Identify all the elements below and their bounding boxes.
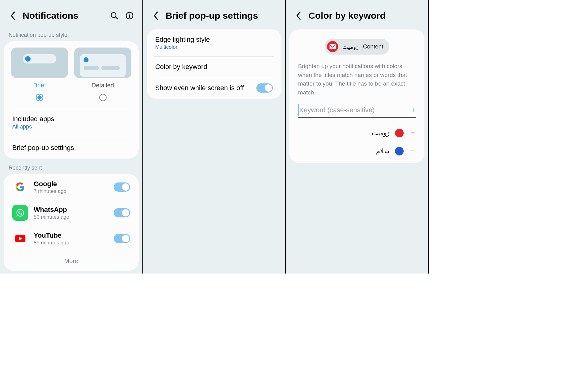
page-title: Notifications xyxy=(23,10,104,21)
brief-popup-label: Brief pop-up settings xyxy=(12,144,74,152)
mail-icon xyxy=(327,41,338,52)
back-icon[interactable] xyxy=(294,11,303,20)
keyword-card: زومیت Content Brighten up your notificat… xyxy=(289,29,424,163)
keyword-color-dot[interactable] xyxy=(395,129,404,137)
google-icon xyxy=(12,179,28,195)
keyword-item: زومیت − xyxy=(289,124,424,142)
keyword-input[interactable] xyxy=(298,104,410,116)
radio-detailed[interactable] xyxy=(99,94,107,101)
description-text: Brighten up your notifications with colo… xyxy=(289,62,424,104)
add-keyword-icon[interactable]: + xyxy=(410,105,416,115)
header: Color by keyword xyxy=(286,0,428,29)
screen-notifications: Notifications Notification pop-up style … xyxy=(0,0,143,274)
app-name: Google xyxy=(34,180,108,188)
row-color-by-keyword[interactable]: Color by keyword xyxy=(147,57,282,77)
header: Brief pop-up settings xyxy=(143,0,285,29)
app-row-google[interactable]: Google 7 minutes ago xyxy=(4,174,139,200)
keyword-input-row: + xyxy=(289,104,424,120)
youtube-icon xyxy=(12,231,28,247)
page-title: Color by keyword xyxy=(308,10,420,21)
remove-keyword-icon[interactable]: − xyxy=(409,128,416,138)
back-icon[interactable] xyxy=(152,11,160,20)
chip-text-b: Content xyxy=(363,43,383,50)
section-label-recent: Recently sent xyxy=(0,162,142,174)
app-row-youtube[interactable]: YouTube 59 minutes ago xyxy=(4,226,139,251)
toggle-youtube[interactable] xyxy=(114,234,130,243)
page-title: Brief pop-up settings xyxy=(166,10,277,21)
app-name: WhatsApp xyxy=(34,206,108,214)
keyword-text: زومیت xyxy=(372,129,390,137)
app-time: 7 minutes ago xyxy=(34,188,108,194)
section-label-style: Notification pop-up style xyxy=(0,29,142,41)
svg-rect-4 xyxy=(129,15,130,18)
svg-rect-6 xyxy=(330,44,336,49)
toggle-show-screen-off[interactable] xyxy=(256,83,273,93)
style-label-detailed: Detailed xyxy=(92,82,114,89)
style-option-detailed[interactable]: Detailed xyxy=(74,48,131,105)
color-by-keyword-label: Color by keyword xyxy=(155,63,207,71)
app-row-whatsapp[interactable]: WhatsApp 50 minutes ago xyxy=(4,200,139,226)
info-icon[interactable] xyxy=(125,11,134,20)
remove-keyword-icon[interactable]: − xyxy=(409,146,416,156)
screen-color-by-keyword: Color by keyword زومیت Content Brighten … xyxy=(286,0,429,274)
screen-brief-popup-settings: Brief pop-up settings Edge lighting styl… xyxy=(143,0,286,274)
row-brief-popup-settings[interactable]: Brief pop-up settings xyxy=(4,137,139,159)
keyword-item: سلام − xyxy=(289,142,424,160)
style-preview-brief xyxy=(11,48,68,78)
row-show-screen-off[interactable]: Show even while screen is off xyxy=(147,77,282,99)
settings-card: Edge lighting style Multicolor Color by … xyxy=(147,29,282,99)
back-icon[interactable] xyxy=(9,11,17,20)
included-apps-sub: All apps xyxy=(12,124,54,130)
app-name: YouTube xyxy=(34,232,108,239)
recent-card: Google 7 minutes ago WhatsApp 50 minutes… xyxy=(4,174,139,271)
edge-lighting-sub: Multicolor xyxy=(155,44,210,50)
show-screen-off-label: Show even while screen is off xyxy=(155,84,244,92)
whatsapp-icon xyxy=(12,205,28,221)
edge-lighting-label: Edge lighting style xyxy=(155,36,210,44)
style-label-brief: Brief xyxy=(33,82,46,89)
radio-brief[interactable] xyxy=(36,94,43,101)
style-card: Brief Detailed Included apps All apps Br… xyxy=(4,41,139,159)
app-time: 50 minutes ago xyxy=(34,214,108,220)
app-time: 59 minutes ago xyxy=(34,240,108,246)
keyword-text: سلام xyxy=(376,147,390,155)
app-chip[interactable]: زومیت Content xyxy=(325,39,390,55)
more-button[interactable]: More xyxy=(4,251,139,271)
row-included-apps[interactable]: Included apps All apps xyxy=(4,108,139,137)
toggle-google[interactable] xyxy=(114,182,130,192)
keyword-color-dot[interactable] xyxy=(395,147,404,155)
svg-line-1 xyxy=(115,17,118,19)
toggle-whatsapp[interactable] xyxy=(114,208,130,217)
style-option-brief[interactable]: Brief xyxy=(11,48,68,105)
chip-text-a: زومیت xyxy=(342,43,359,50)
svg-point-3 xyxy=(129,13,130,14)
search-icon[interactable] xyxy=(110,11,119,20)
style-preview-detailed xyxy=(74,48,131,78)
header: Notifications xyxy=(0,0,142,29)
row-edge-lighting[interactable]: Edge lighting style Multicolor xyxy=(147,29,282,56)
included-apps-label: Included apps xyxy=(12,115,54,123)
